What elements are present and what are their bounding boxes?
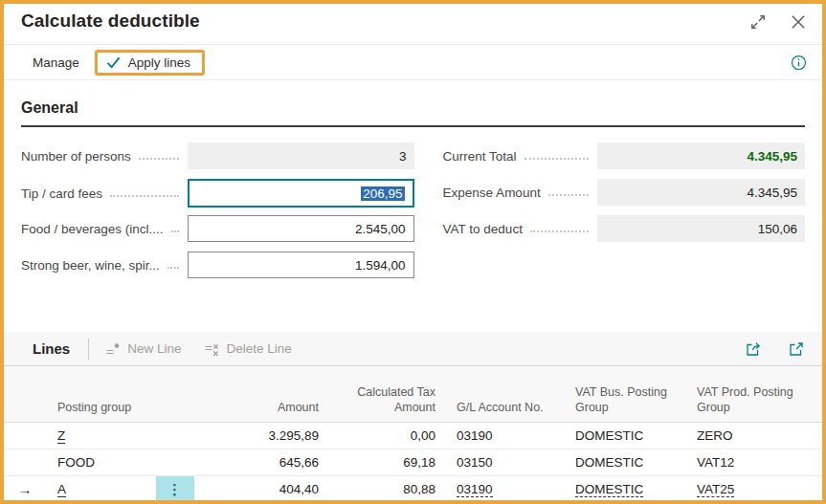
header-amount[interactable]: Amount [194,400,319,415]
field-current-total: Current Total 4.345,95 [443,142,805,169]
dotted-leader [110,195,179,197]
expand-window-icon[interactable] [749,13,767,31]
new-line-button[interactable]: New Line [105,341,181,357]
check-icon [106,56,121,69]
field-strong-beer-wine: Strong beer, wine, spir... 1.594,00 [21,252,414,278]
vat-bus-cell[interactable]: DOMESTIC [575,428,697,443]
number-of-persons-label: Number of persons [21,149,131,164]
calculated-tax-cell[interactable]: 69,18 [319,455,435,470]
expense-amount-field: 4.345,95 [597,179,805,206]
amount-cell[interactable]: 404,40 [194,482,319,496]
toolbar-divider [88,339,89,360]
delete-line-icon [204,341,219,357]
field-vat-to-deduct: VAT to deduct 150,06 [443,215,805,242]
close-icon[interactable] [790,13,807,31]
apply-lines-label: Apply lines [128,55,190,70]
action-bar: Manage Apply lines [4,44,822,80]
table-row-selected[interactable]: → A ⋮ 404,40 80,88 03190 DOMESTIC VAT25 [4,476,822,503]
food-beverages-input[interactable]: 2.545,00 [188,215,414,242]
general-section-title: General [21,99,805,127]
posting-group-link[interactable]: Z [57,428,65,444]
vat-to-deduct-field: 150,06 [597,215,805,242]
apply-lines-highlight-box: Apply lines [95,50,205,76]
selected-input-text: 206,95 [361,186,404,201]
number-of-persons-field: 3 [188,142,414,169]
lines-section-title: Lines [33,340,70,357]
page-title: Calculate deductible [21,11,200,32]
field-tip-card-fees: Tip / card fees 206,95 [21,179,414,208]
posting-group-link[interactable]: A [57,482,66,497]
dotted-leader [530,230,589,232]
current-total-field: 4.345,95 [597,142,805,169]
open-in-new-window-icon[interactable] [788,340,805,358]
manage-menu[interactable]: Manage [33,55,79,70]
delete-line-label: Delete Line [226,341,291,356]
row-menu-cell [156,423,194,449]
tip-card-fees-label: Tip / card fees [21,186,102,201]
gl-account-cell[interactable]: 03150 [435,455,575,470]
table-row[interactable]: FOOD 645,66 69,18 03150 DOMESTIC VAT12 [4,449,822,476]
vat-prod-cell[interactable]: VAT25 [697,482,734,497]
calculated-tax-cell[interactable]: 0,00 [319,428,435,443]
gl-account-cell[interactable]: 03190 [435,428,575,443]
vat-to-deduct-label: VAT to deduct [443,222,523,236]
dotted-leader [525,158,589,160]
share-icon[interactable] [745,340,762,358]
vat-prod-cell[interactable]: ZERO [697,428,822,443]
apply-lines-button[interactable]: Apply lines [106,55,190,70]
row-menu-cell [156,449,194,475]
amount-cell[interactable]: 645,66 [194,455,319,470]
table-row[interactable]: Z 3.295,89 0,00 03190 DOMESTIC ZERO [4,423,822,449]
lines-toolbar: Lines New Line [4,332,822,366]
field-food-beverages: Food / beverages (incl.... 2.545,00 [21,215,414,242]
new-line-icon [105,341,121,357]
general-left-column: Number of persons 3 Tip / card fees 206,… [21,142,414,288]
current-total-label: Current Total [443,149,517,164]
header-gl-account-no[interactable]: G/L Account No. [435,400,575,415]
header-vat-prod-posting-group[interactable]: VAT Prod. Posting Group [697,384,822,416]
header-calculated-tax-amount[interactable]: Calculated Tax Amount [319,384,435,416]
general-right-column: Current Total 4.345,95 Expense Amount 4.… [443,142,805,288]
vat-bus-cell[interactable]: DOMESTIC [575,482,643,497]
field-expense-amount: Expense Amount 4.345,95 [443,179,805,206]
dotted-leader [139,158,179,160]
titlebar: Calculate deductible [4,4,822,44]
amount-cell[interactable]: 3.295,89 [194,428,319,443]
lines-section: Lines New Line [4,332,822,503]
tip-card-fees-input[interactable]: 206,95 [188,179,414,208]
lines-table-header: Posting group Amount Calculated Tax Amou… [4,366,822,423]
dotted-leader [167,267,179,269]
delete-line-button[interactable]: Delete Line [204,341,291,357]
vat-prod-cell[interactable]: VAT12 [697,455,822,470]
general-section: General Number of persons 3 Tip / card f… [4,99,822,288]
strong-beer-wine-label: Strong beer, wine, spir... [21,258,160,273]
dotted-leader [171,230,179,232]
calculated-tax-cell[interactable]: 80,88 [319,482,435,496]
food-beverages-label: Food / beverages (incl.... [21,222,164,236]
lines-table: Posting group Amount Calculated Tax Amou… [4,366,822,503]
expense-amount-label: Expense Amount [443,186,541,200]
header-posting-group[interactable]: Posting group [46,400,156,415]
calculate-deductible-dialog: Calculate deductible Manage Ap [0,0,826,504]
strong-beer-wine-input[interactable]: 1.594,00 [188,252,414,278]
dotted-leader [548,194,589,196]
vat-bus-cell[interactable]: DOMESTIC [575,455,697,470]
header-row-menu-column [156,366,194,415]
selected-row-arrow-icon: → [18,481,33,497]
new-line-label: New Line [127,341,181,356]
row-menu-ellipsis-button[interactable]: ⋮ [156,476,194,502]
info-icon[interactable] [791,55,807,71]
field-number-of-persons: Number of persons 3 [21,142,414,169]
gl-account-cell[interactable]: 03190 [457,482,493,497]
header-vat-bus-posting-group[interactable]: VAT Bus. Posting Group [575,384,697,416]
posting-group-cell[interactable]: FOOD [46,455,156,470]
